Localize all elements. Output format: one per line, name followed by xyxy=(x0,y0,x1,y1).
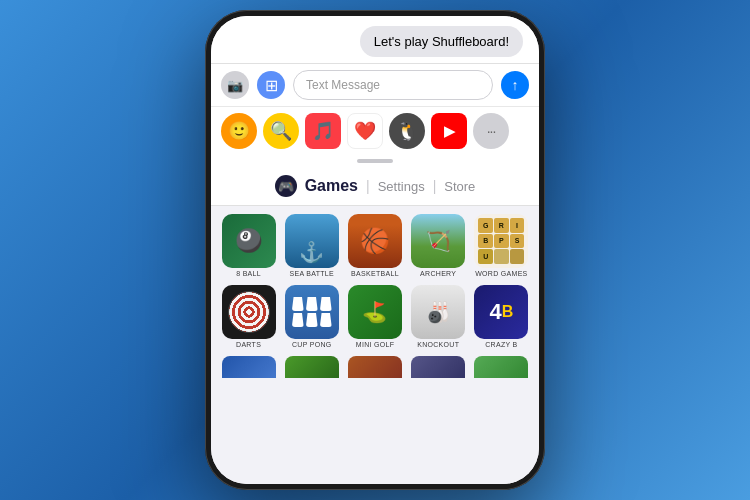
game-partial-5 xyxy=(472,356,531,378)
cup-4 xyxy=(292,313,304,327)
game-partial-4 xyxy=(409,356,468,378)
game-label-archery: ARCHERY xyxy=(420,270,456,277)
music-icon[interactable]: 🎵 xyxy=(305,113,341,149)
game-partial-2 xyxy=(282,356,341,378)
word-tile-blank2 xyxy=(510,249,525,264)
game-thumb-darts xyxy=(222,285,276,339)
game-thumb-partial-2 xyxy=(285,356,339,378)
store-link[interactable]: Store xyxy=(444,179,475,194)
game-cuppong[interactable]: CUP PONG xyxy=(282,285,341,348)
game-thumb-seabattle: ⚓ xyxy=(285,214,339,268)
send-button[interactable]: ↑ xyxy=(501,71,529,99)
game-label-cuppong: CUP PONG xyxy=(292,341,332,348)
game-label-crazyb: CRAZY B xyxy=(485,341,517,348)
game-partial-1 xyxy=(219,356,278,378)
game-thumb-8ball: 🎱 xyxy=(222,214,276,268)
games-grid-row3-partial xyxy=(211,356,539,386)
game-label-basketball: BASKETBALL xyxy=(351,270,399,277)
dartboard-graphic xyxy=(228,291,270,333)
game-knockout[interactable]: 🎳 KNOCKOUT xyxy=(409,285,468,348)
cup-6 xyxy=(320,313,332,327)
game-thumb-partial-5 xyxy=(474,356,528,378)
cup-3 xyxy=(320,297,332,311)
game-label-minigolf: MINI GOLF xyxy=(356,341,394,348)
game-partial-3 xyxy=(345,356,404,378)
word-tile-i: I xyxy=(510,218,525,233)
message-text: Let's play Shuffleboard! xyxy=(374,34,509,49)
game-label-darts: DARTS xyxy=(236,341,261,348)
cup-2 xyxy=(306,297,318,311)
game-crazyb[interactable]: 4 B CRAZY B xyxy=(472,285,531,348)
input-bar: 📷 ⊞ Text Message ↑ xyxy=(211,63,539,106)
message-bubble: Let's play Shuffleboard! xyxy=(360,26,523,57)
game-thumb-partial-1 xyxy=(222,356,276,378)
separator-1: | xyxy=(366,178,370,194)
games-grid-row1: 🎱 8 BALL ⚓ SEA BATTLE 🏀 BASKETBALL xyxy=(211,206,539,285)
game-thumb-minigolf: ⛳ xyxy=(348,285,402,339)
phone-screen: Let's play Shuffleboard! 📷 ⊞ Text Messag… xyxy=(211,16,539,484)
health-icon[interactable]: ❤️ xyxy=(347,113,383,149)
game-darts[interactable]: DARTS xyxy=(219,285,278,348)
game-thumb-knockout: 🎳 xyxy=(411,285,465,339)
game-8ball[interactable]: 🎱 8 BALL xyxy=(219,214,278,277)
text-message-input[interactable]: Text Message xyxy=(293,70,493,100)
games-logo-icon: 🎮 xyxy=(275,175,297,197)
games-title: Games xyxy=(305,177,358,195)
word-tile-b: B xyxy=(478,234,493,249)
game-label-wordgames: WORD GAMES xyxy=(475,270,527,277)
game-thumb-cuppong xyxy=(285,285,339,339)
more-icon[interactable]: ··· xyxy=(473,113,509,149)
game-thumb-partial-4 xyxy=(411,356,465,378)
games-header: 🎮 Games | Settings | Store xyxy=(211,167,539,206)
game-thumb-archery: 🏹 xyxy=(411,214,465,268)
game-label-knockout: KNOCKOUT xyxy=(417,341,459,348)
penguin-icon[interactable]: 🐧 xyxy=(389,113,425,149)
game-thumb-crazyb: 4 B xyxy=(474,285,528,339)
drag-handle-bar xyxy=(357,159,393,163)
word-tile-p: P xyxy=(494,234,509,249)
game-archery[interactable]: 🏹 ARCHERY xyxy=(409,214,468,277)
apps-icon[interactable]: ⊞ xyxy=(257,71,285,99)
word-tile-blank1 xyxy=(494,249,509,264)
settings-link[interactable]: Settings xyxy=(378,179,425,194)
phone-frame: Let's play Shuffleboard! 📷 ⊞ Text Messag… xyxy=(205,10,545,490)
word-tile-s: S xyxy=(510,234,525,249)
game-label-8ball: 8 BALL xyxy=(236,270,261,277)
games-panel: 🎮 Games | Settings | Store 🎱 8 BALL ⚓ xyxy=(211,167,539,484)
camera-icon[interactable]: 📷 xyxy=(221,71,249,99)
cups-graphic xyxy=(292,297,332,327)
search-icon[interactable]: 🔍 xyxy=(263,113,299,149)
cup-1 xyxy=(292,297,304,311)
separator-2: | xyxy=(433,178,437,194)
game-seabattle[interactable]: ⚓ SEA BATTLE xyxy=(282,214,341,277)
youtube-icon[interactable]: ▶ xyxy=(431,113,467,149)
drag-handle xyxy=(211,155,539,167)
game-thumb-basketball: 🏀 xyxy=(348,214,402,268)
app-strip: 🙂 🔍 🎵 ❤️ 🐧 ▶ ··· xyxy=(211,106,539,155)
text-input-placeholder: Text Message xyxy=(306,78,380,92)
memoji-icon[interactable]: 🙂 xyxy=(221,113,257,149)
game-thumb-wordgames: G R I B P S U xyxy=(474,214,528,268)
game-thumb-partial-3 xyxy=(348,356,402,378)
game-basketball[interactable]: 🏀 BASKETBALL xyxy=(345,214,404,277)
message-area: Let's play Shuffleboard! xyxy=(211,16,539,63)
game-label-seabattle: SEA BATTLE xyxy=(290,270,335,277)
games-grid-row2: DARTS CUP PONG xyxy=(211,285,539,356)
word-tile-r: R xyxy=(494,218,509,233)
word-tile-u: U xyxy=(478,249,493,264)
game-minigolf[interactable]: ⛳ MINI GOLF xyxy=(345,285,404,348)
cup-5 xyxy=(306,313,318,327)
word-tile-g: G xyxy=(478,218,493,233)
game-wordgames[interactable]: G R I B P S U WORD GAMES xyxy=(472,214,531,277)
